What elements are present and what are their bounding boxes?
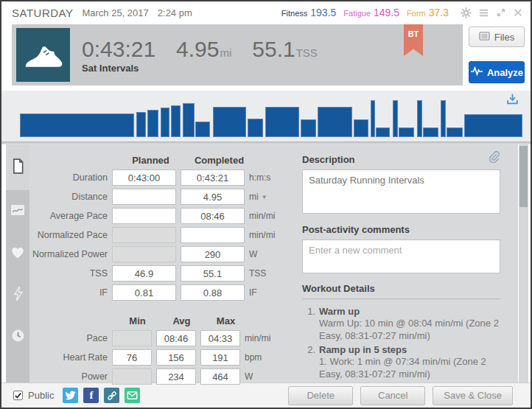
chart-bar bbox=[417, 100, 422, 137]
power-unit: W bbox=[245, 371, 253, 382]
avg-pace-input[interactable]: 08:46 bbox=[156, 330, 196, 346]
form-row: IF0.810.88IF bbox=[29, 283, 289, 302]
fatigue-value: 149.5 bbox=[374, 7, 399, 18]
tab-graph[interactable] bbox=[6, 190, 29, 232]
stat-row: Heart Rate76156191bpm bbox=[29, 348, 289, 367]
pace-label: Pace bbox=[29, 333, 112, 343]
form-row: Normalized Pacemin/mi bbox=[29, 226, 289, 245]
workout-detail-item: 2.Ramp up in 5 steps1. Work: 1 min @ 07:… bbox=[302, 344, 500, 380]
planned-average-pace-input[interactable] bbox=[112, 208, 176, 224]
power-label: Power bbox=[29, 371, 112, 382]
facebook-share-icon[interactable]: f bbox=[83, 388, 99, 403]
save-close-button[interactable]: Save & Close bbox=[433, 386, 513, 405]
twitter-share-icon[interactable] bbox=[63, 388, 78, 403]
day-label: SATURDAY bbox=[12, 7, 73, 19]
heart-rate-label: Heart Rate bbox=[29, 352, 112, 363]
completed-duration-input[interactable]: 0:43:21 bbox=[181, 169, 245, 186]
completed-normalized-pace-input[interactable] bbox=[181, 227, 245, 243]
tab-time[interactable] bbox=[6, 316, 29, 358]
comments-heading: Post-activity comments bbox=[302, 224, 500, 235]
chart-bar bbox=[147, 110, 158, 137]
planned-tss-input[interactable]: 46.9 bbox=[112, 265, 176, 282]
completed-normalized-power-input[interactable]: 290 bbox=[181, 246, 245, 262]
completed-if-input[interactable]: 0.88 bbox=[181, 284, 245, 301]
max-power-input[interactable]: 464 bbox=[200, 368, 240, 385]
scrollbar-track[interactable] bbox=[519, 144, 528, 382]
min-heart-rate-input[interactable]: 76 bbox=[112, 349, 152, 366]
email-share-icon[interactable] bbox=[125, 388, 140, 403]
pace-unit: min/mi bbox=[245, 333, 270, 343]
planned-normalized-power-input bbox=[112, 246, 176, 262]
link-share-icon[interactable] bbox=[104, 388, 119, 403]
completed-tss-input[interactable]: 55.1 bbox=[181, 265, 245, 282]
tss-unit: TSS bbox=[249, 268, 266, 279]
chart-bar bbox=[183, 103, 195, 137]
description-textarea[interactable]: Saturday Running Intervals bbox=[302, 169, 500, 214]
planned-distance-input[interactable] bbox=[112, 189, 176, 205]
waveform-icon bbox=[470, 66, 483, 78]
settings-gear-icon[interactable] bbox=[461, 7, 472, 18]
fatigue-label: Fatigue bbox=[343, 9, 371, 18]
run-sport-icon bbox=[16, 28, 70, 82]
if-label: IF bbox=[29, 287, 112, 298]
completed-average-pace-input[interactable]: 08:46 bbox=[181, 208, 245, 224]
performance-metrics: Fitness193.5 Fatigue149.5 Form37.3 bbox=[274, 7, 449, 18]
item-text: 1. Work: 1 min @ 07:34 min/mi (Zone 2 Ea… bbox=[319, 356, 500, 380]
resize-icon[interactable] bbox=[496, 7, 506, 18]
chart-bar bbox=[376, 127, 390, 137]
files-list-icon bbox=[479, 32, 490, 43]
stat-row: Power234464W bbox=[29, 367, 289, 386]
analyze-button[interactable]: Analyze bbox=[469, 61, 525, 83]
paperclip-attach-icon[interactable] bbox=[488, 150, 500, 166]
form-row: Average Pace08:46min/mi bbox=[29, 206, 289, 226]
cancel-button[interactable]: Cancel bbox=[360, 386, 425, 405]
item-number: 1. bbox=[302, 306, 315, 342]
footer-bar: Public f Delete Cancel Save & Close bbox=[1, 382, 531, 408]
details-rule bbox=[302, 298, 500, 299]
workout-detail-window: SATURDAY March 25, 2017 2:24 pm Fitness1… bbox=[0, 0, 532, 409]
avg-heart-rate-input[interactable]: 156 bbox=[156, 349, 196, 366]
chart-bar bbox=[213, 107, 246, 137]
form-label: Form bbox=[407, 9, 426, 18]
scrollbar-thumb[interactable] bbox=[519, 146, 528, 207]
chart-bar bbox=[354, 119, 368, 137]
tss-label: TSS bbox=[29, 268, 112, 279]
normalized-pace-label: Normalized Pace bbox=[29, 230, 112, 240]
chart-bar bbox=[136, 112, 146, 137]
menu-icon[interactable] bbox=[478, 7, 489, 18]
close-icon[interactable] bbox=[513, 7, 523, 18]
tab-power[interactable] bbox=[6, 274, 29, 316]
delete-button[interactable]: Delete bbox=[288, 386, 353, 405]
chart-bar bbox=[318, 107, 352, 137]
item-number: 2. bbox=[302, 344, 315, 380]
completed-distance-input[interactable]: 4.95 bbox=[181, 189, 245, 205]
item-text: Warm Up: 10 min @ 08:04 min/mi (Zone 2 E… bbox=[319, 318, 500, 342]
planned-duration-input[interactable]: 0:43:00 bbox=[112, 169, 176, 186]
tab-summary[interactable] bbox=[6, 144, 29, 190]
heart-icon bbox=[10, 245, 25, 262]
chart-bar bbox=[248, 119, 263, 137]
public-checkbox[interactable] bbox=[13, 391, 23, 400]
normalized-pace-unit: min/mi bbox=[249, 230, 275, 240]
titlebar: SATURDAY March 25, 2017 2:24 pm Fitness1… bbox=[1, 1, 531, 22]
left-tab-sidebar bbox=[6, 144, 29, 382]
planned-if-input[interactable]: 0.81 bbox=[112, 284, 176, 301]
tab-heart-rate[interactable] bbox=[6, 232, 29, 274]
chart-bar bbox=[171, 105, 181, 137]
completed-header: Completed bbox=[185, 155, 253, 166]
avg-power-input[interactable]: 234 bbox=[156, 368, 196, 385]
chart-bar bbox=[423, 127, 438, 137]
download-icon[interactable] bbox=[506, 93, 519, 108]
details-panel: Description Saturday Running Intervals P… bbox=[289, 144, 518, 382]
interval-bar-chart bbox=[1, 91, 531, 141]
unit-dropdown-icon[interactable]: ▼ bbox=[262, 194, 267, 200]
comment-input[interactable]: Enter a new comment bbox=[302, 240, 500, 273]
chart-bar bbox=[301, 119, 316, 137]
files-button[interactable]: Files bbox=[469, 27, 525, 47]
stat-row: Pace08:4604:33min/mi bbox=[29, 329, 289, 348]
max-heart-rate-input[interactable]: 191 bbox=[200, 349, 240, 366]
distance-label: Distance bbox=[29, 192, 112, 202]
avg-header: Avg bbox=[161, 315, 203, 326]
workout-detail-item: 1.Warm upWarm Up: 10 min @ 08:04 min/mi … bbox=[302, 306, 500, 342]
max-pace-input[interactable]: 04:33 bbox=[200, 330, 240, 346]
